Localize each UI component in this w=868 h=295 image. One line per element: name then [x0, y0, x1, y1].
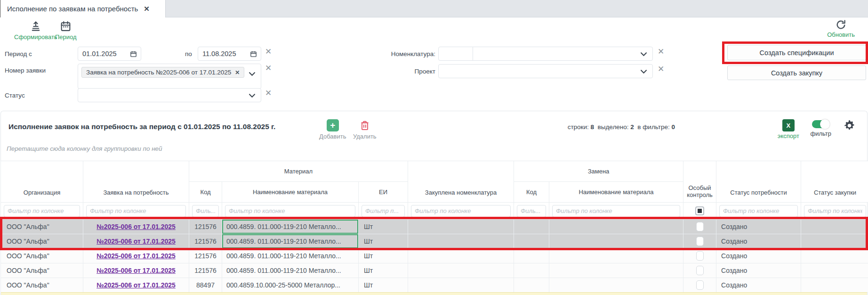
filter-material-input[interactable] [225, 205, 355, 217]
clear-project-icon[interactable]: ✕ [658, 65, 664, 73]
column-header-unit[interactable]: ЕИ [359, 182, 408, 203]
toggle-on-icon[interactable] [812, 120, 829, 128]
create-purchase-label: Создать закупку [771, 69, 822, 77]
column-header-code[interactable]: Код [189, 182, 222, 203]
filter-replacement-material-input[interactable] [552, 205, 680, 217]
nomenclature-code-input[interactable] [439, 47, 473, 60]
nomenclature-code-field[interactable] [438, 47, 473, 61]
period-to-label: по [185, 50, 192, 57]
in-filter-count-label: в фильтре: [637, 123, 669, 131]
table-row[interactable]: ООО "Альфа" №2025-006 от 17.01.2025 8849… [1, 278, 868, 293]
clear-period-icon[interactable]: ✕ [265, 48, 272, 56]
export-excel-button[interactable]: X экспорт [778, 119, 799, 139]
excel-icon: X [782, 119, 795, 131]
request-link[interactable]: №2025-006 от 17.01.2025 [96, 238, 176, 245]
filter-purchased-input[interactable] [411, 205, 511, 217]
filter-request-input[interactable] [86, 205, 186, 217]
request-link[interactable]: №2025-006 от 17.01.2025 [96, 281, 176, 289]
request-link[interactable]: №2025-006 от 17.01.2025 [96, 252, 176, 260]
request-link[interactable]: №2025-006 от 17.01.2025 [96, 223, 176, 230]
delete-row-button[interactable]: Удалить [353, 119, 377, 140]
period-button[interactable]: Период [55, 20, 77, 41]
special-control-filter-checkbox[interactable] [695, 206, 704, 215]
column-header-replacement-code[interactable]: Код [514, 182, 549, 203]
cell-material: 000.4859. 011.000-119-210 Металло... [222, 263, 359, 278]
filter-purchase-status-input[interactable] [804, 205, 866, 217]
plus-icon: + [327, 119, 339, 131]
period-from-field[interactable] [78, 47, 141, 61]
column-header-material-name[interactable]: Наименование материала [222, 182, 359, 203]
table-row[interactable]: ООО "Альфа" №2025-006 от 17.01.2025 1215… [1, 249, 868, 263]
clear-request-icon[interactable]: ✕ [265, 64, 272, 72]
cell-purchase-status [801, 278, 868, 293]
request-tag-remove-icon[interactable]: ✕ [235, 69, 240, 76]
create-specifications-button[interactable]: Создать спецификации [727, 45, 866, 60]
toolbar: Сформировать Период Обновить [0, 18, 868, 42]
gear-icon[interactable] [843, 119, 856, 132]
request-link[interactable]: №2025-006 от 17.01.2025 [96, 267, 176, 274]
generate-button[interactable]: Сформировать [14, 20, 57, 41]
column-header-purchased[interactable]: Закуплена номенклатура [408, 161, 514, 203]
nomenclature-select[interactable] [473, 47, 653, 61]
cell-code: 121576 [189, 220, 222, 234]
column-header-request[interactable]: Заявка на потребность [83, 161, 189, 203]
request-number-select[interactable]: Заявка на потребность №2025-006 от 17.01… [78, 64, 261, 89]
cell-purchase-status [801, 263, 868, 278]
refresh-button[interactable]: Обновить [827, 19, 855, 38]
chevron-down-icon[interactable] [249, 72, 255, 76]
column-header-purchase-status[interactable]: Статус закупки [801, 161, 868, 203]
tab-title: Исполнение по заявкам на потребность [7, 5, 138, 13]
cell-code: 121576 [189, 263, 222, 278]
special-control-checkbox[interactable] [696, 266, 704, 275]
special-control-checkbox[interactable] [696, 237, 704, 246]
column-header-replacement-material-name[interactable]: Наименование материала [549, 182, 683, 203]
cell-replacement-material [549, 263, 683, 278]
period-to-field[interactable] [198, 47, 261, 61]
filter-toggle-label: фильтр [811, 130, 831, 137]
grid-title: Исполнение заявок на потребность за пери… [8, 123, 275, 131]
filter-unit-input[interactable] [362, 205, 405, 217]
table-row[interactable]: ООО "Альфа" №2025-006 от 17.01.2025 1215… [1, 234, 868, 249]
tab-close-icon[interactable]: ✕ [144, 5, 150, 13]
filter-code-input[interactable] [192, 205, 219, 217]
cell-unit: Шт [359, 220, 408, 234]
export-label: экспорт [778, 132, 799, 139]
status-select[interactable] [78, 88, 261, 102]
cell-purchased [408, 220, 514, 234]
add-label: Добавить [319, 133, 346, 140]
cell-unit: Шт [359, 263, 408, 278]
cell-organization: ООО "Альфа" [1, 249, 83, 263]
clear-nomenclature-icon[interactable]: ✕ [658, 48, 664, 56]
column-header-need-status[interactable]: Статус потребности [716, 161, 801, 203]
cell-need-status: Создано [716, 278, 801, 293]
table-row[interactable]: ООО "Альфа" №2025-006 от 17.01.2025 1215… [1, 220, 868, 234]
special-control-checkbox[interactable] [696, 222, 704, 231]
calendar-icon[interactable] [250, 50, 257, 57]
cell-code: 88497 [189, 278, 222, 293]
cell-purchased [408, 263, 514, 278]
chevron-down-icon[interactable] [641, 52, 647, 57]
special-control-checkbox[interactable] [696, 280, 704, 290]
clear-status-icon[interactable]: ✕ [265, 89, 272, 97]
chevron-down-icon[interactable] [249, 94, 255, 98]
calendar-icon[interactable] [130, 50, 137, 57]
table-row[interactable]: ООО "Альфа" №2025-006 от 17.01.2025 1215… [1, 263, 868, 278]
grid-panel: Исполнение заявок на потребность за пери… [0, 111, 868, 295]
project-select[interactable] [438, 64, 653, 78]
cell-unit: Шт [359, 249, 408, 263]
group-drop-zone[interactable]: Перетащите сюда колонку для группировки … [7, 145, 162, 152]
tab-execution-requests[interactable]: Исполнение по заявкам на потребность ✕ [0, 0, 166, 17]
refresh-label: Обновить [827, 31, 855, 38]
special-control-checkbox[interactable] [696, 251, 704, 261]
column-header-organization[interactable]: Организация [1, 161, 83, 203]
chevron-down-icon[interactable] [641, 70, 647, 74]
filters-panel: Период с по ✕ Номер заявки Заявка на пот… [0, 42, 868, 111]
filter-need-status-input[interactable] [719, 205, 798, 217]
column-header-special-control[interactable]: Особый контроль [683, 161, 716, 203]
cell-organization: ООО "Альфа" [1, 278, 83, 293]
filter-toggle[interactable]: фильтр [811, 120, 831, 137]
filter-replacement-code-input[interactable] [517, 205, 546, 217]
filter-organization-input[interactable] [4, 205, 80, 217]
create-purchase-button[interactable]: Создать закупку [727, 66, 866, 80]
add-row-button[interactable]: + Добавить [319, 119, 346, 140]
